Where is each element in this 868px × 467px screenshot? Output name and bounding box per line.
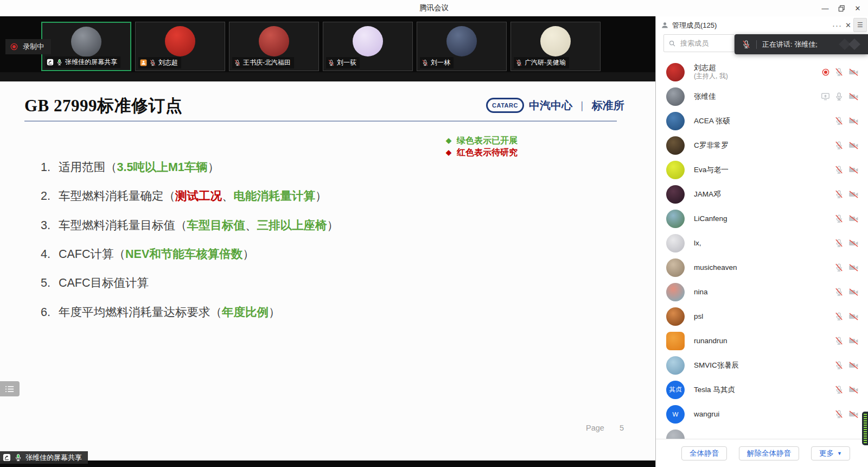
cam-muted-icon[interactable] (848, 238, 859, 248)
item-text-segment: 车型目标值 (187, 219, 246, 232)
tile-participant-name: 广汽研-吴健瑜 (525, 58, 566, 67)
mic-muted-icon[interactable] (834, 336, 844, 345)
cam-muted-icon[interactable] (848, 336, 859, 346)
search-input[interactable] (679, 39, 729, 48)
participant-icons (821, 67, 859, 77)
video-tile[interactable]: 王书庆-北汽福田 (229, 22, 319, 71)
participant-row[interactable]: nina (656, 280, 868, 304)
participant-row-partial[interactable] (656, 426, 868, 439)
mic-muted-icon[interactable] (834, 312, 844, 321)
title-underline (24, 121, 617, 122)
mic-muted-icon[interactable] (834, 361, 844, 370)
video-tile[interactable]: 刘志超 (135, 22, 225, 71)
avatar (446, 26, 477, 56)
tile-label: 广汽研-吴健瑜 (514, 57, 569, 68)
mic-muted-icon[interactable] (834, 165, 844, 174)
participant-row[interactable]: Wwangrui (656, 402, 868, 426)
mute-all-button[interactable]: 全体静音 (681, 446, 727, 460)
mic-muted-icon (742, 40, 751, 49)
participant-name-wrap: ACEA 张硕 (694, 117, 730, 125)
mic-muted-w-icon (234, 59, 241, 66)
video-tile[interactable]: 刘一荻 (323, 22, 413, 71)
participant-name: psl (694, 312, 703, 321)
cam-muted-icon[interactable] (848, 141, 859, 150)
participant-name-wrap: C罗非常罗 (694, 141, 729, 150)
cam-muted-icon[interactable] (848, 92, 859, 102)
minimize-icon[interactable]: — (817, 0, 833, 16)
mic-muted-icon[interactable] (834, 263, 844, 272)
participant-name: wangrui (694, 410, 719, 419)
avatar: W (666, 405, 685, 424)
cam-muted-icon[interactable] (848, 116, 859, 126)
screenshare-box-icon (47, 59, 54, 66)
participant-row[interactable]: 张维佳 (656, 84, 868, 109)
hamburger-icon[interactable]: ☰ (853, 18, 867, 32)
cam-muted-icon[interactable] (848, 361, 859, 370)
video-tiles: 张维佳的屏幕共享刘志超王书庆-北汽福田刘一荻刘一林广汽研-吴健瑜 (41, 22, 601, 71)
cam-muted-icon[interactable] (848, 214, 859, 224)
mic-muted-icon[interactable] (834, 287, 844, 296)
mic-muted-icon[interactable] (834, 238, 844, 248)
mic-muted-icon[interactable] (834, 385, 844, 394)
mic-muted-icon[interactable] (834, 67, 844, 77)
panel-close-icon[interactable]: ✕ (845, 16, 851, 34)
panel-more-icon[interactable]: ··· (832, 16, 842, 34)
participant-row[interactable]: 其贞Tesla 马其贞 (656, 377, 868, 402)
participant-row[interactable]: psl (656, 304, 868, 329)
cam-muted-icon[interactable] (848, 385, 859, 395)
slide-list-item: 1.适用范围（3.5吨以上M1车辆） (41, 159, 219, 175)
participant-row[interactable]: Eva与老一 (656, 157, 868, 182)
participant-row[interactable]: C罗非常罗 (656, 133, 868, 157)
more-button[interactable]: 更多▼ (811, 446, 850, 460)
mic-muted-icon[interactable] (834, 214, 844, 223)
participant-row[interactable]: JAMA邓 (656, 182, 868, 206)
mic-muted-icon[interactable] (834, 190, 844, 199)
participant-row[interactable]: runandrun (656, 329, 868, 353)
video-tile[interactable]: 张维佳的屏幕共享 (41, 22, 131, 71)
record-icon (10, 42, 18, 51)
main-area: 录制中 张维佳的屏幕共享刘志超王书庆-北汽福田刘一荻刘一林广汽研-吴健瑜 GB … (0, 16, 655, 467)
participant-name: runandrun (694, 337, 727, 345)
avatar (259, 26, 289, 56)
cam-muted-icon[interactable] (848, 409, 859, 419)
participant-icons (834, 263, 859, 273)
share-banner-label: 张维佳的屏幕共享 (25, 453, 82, 463)
participant-name: nina (694, 288, 708, 296)
screen-share-banner: 张维佳的屏幕共享 (0, 451, 88, 464)
close-icon[interactable]: ✕ (850, 0, 866, 16)
window-title: 腾讯会议 (0, 0, 868, 16)
video-tile[interactable]: 刘一林 (417, 22, 507, 71)
cam-muted-icon[interactable] (848, 312, 859, 321)
mic-muted-icon[interactable] (834, 116, 844, 125)
search-box[interactable] (663, 34, 735, 52)
cam-muted-icon[interactable] (848, 263, 859, 273)
participant-name: 刘志超 (694, 64, 728, 72)
mic-muted-icon[interactable] (834, 409, 844, 419)
slide-list-item: 5.CAFC目标值计算 (41, 275, 149, 291)
shared-screen: GB 27999标准修订点 CATARC 中汽中心 ｜ 标准所 ◆绿色表示已开展… (0, 72, 655, 467)
participant-row[interactable]: SMVIC张暑辰 (656, 353, 868, 377)
participant-row[interactable]: musicheaven (656, 255, 868, 280)
member-panel: 管理成员(125) ··· ✕ ☰ 正在讲话: 张维佳; 刘志超(主持人, 我)… (655, 16, 868, 467)
participant-row[interactable]: ACEA 张硕 (656, 109, 868, 133)
cam-muted-icon[interactable] (848, 67, 859, 77)
item-number: 4. (41, 248, 59, 261)
participant-row[interactable]: LiCanfeng (656, 206, 868, 231)
mic-on-icon[interactable] (834, 92, 844, 101)
item-text-segment: CAFC计算（ (59, 248, 125, 261)
restore-icon[interactable] (833, 0, 850, 16)
cam-muted-icon[interactable] (848, 287, 859, 297)
participant-row[interactable]: lx, (656, 231, 868, 255)
list-toggle-icon (5, 385, 15, 393)
sidebar-toggle-button[interactable] (0, 381, 20, 396)
avatar (666, 63, 685, 81)
cam-muted-icon[interactable] (848, 165, 859, 175)
unmute-all-button[interactable]: 解除全体静音 (739, 446, 799, 460)
item-text-segment: NEV和节能车核算倍数 (125, 248, 242, 261)
cam-muted-icon[interactable] (848, 190, 859, 199)
participant-name-wrap: JAMA邓 (694, 190, 721, 199)
video-tile[interactable]: 广汽研-吴健瑜 (510, 22, 601, 71)
record-icon (821, 68, 830, 77)
participant-row[interactable]: 刘志超(主持人, 我) (656, 60, 868, 84)
mic-muted-icon[interactable] (834, 141, 844, 150)
